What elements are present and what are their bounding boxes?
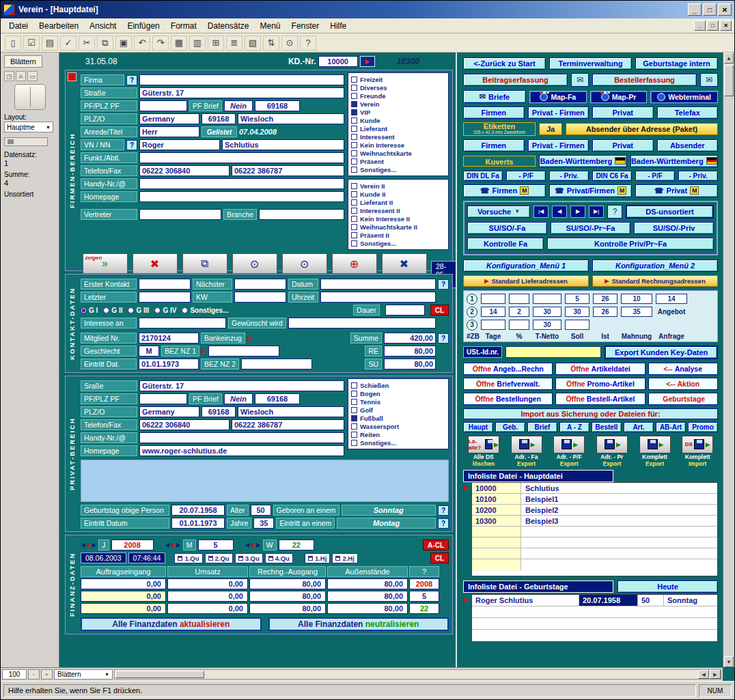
io-action-button[interactable]: Lö-alle?▶ Alle DS löschen <box>463 436 504 468</box>
phone-dial-button[interactable]: ☎PrivatM <box>635 184 718 197</box>
print-icon[interactable]: ▤ <box>42 36 58 51</box>
label-target-button[interactable]: Privat - Firmen <box>528 139 590 152</box>
geschlecht-field[interactable]: M <box>139 346 159 356</box>
field-borders-icon[interactable]: ▦ <box>171 36 187 51</box>
brief-target-button[interactable]: Telefax <box>657 107 719 119</box>
prev-record-button[interactable]: ◀ <box>552 206 567 218</box>
import-target-button[interactable]: A - Z <box>559 422 590 432</box>
plz-field[interactable]: 69168 <box>202 113 236 124</box>
konfiguration-button[interactable]: Konfiguration_Menü 2 <box>592 260 718 272</box>
part-tool-icon[interactable]: ▥ <box>189 36 206 51</box>
checkbox-item[interactable]: Diverses <box>351 83 445 92</box>
week-field[interactable]: 22 <box>279 540 314 550</box>
tool-pointer-icon[interactable]: ◳ <box>4 71 14 81</box>
scroll-down-icon[interactable]: ▼ <box>724 656 734 667</box>
zb-circle[interactable]: 3 <box>467 320 477 331</box>
io-action-button[interactable]: ▶ Adr. - P/F Export <box>549 436 590 468</box>
bez1-field[interactable] <box>208 346 279 356</box>
p-homepage-field[interactable]: www.roger-schlutius.de <box>139 445 344 456</box>
beitragserfassung-button[interactable]: Beitragserfassung <box>463 74 568 86</box>
half-year-button[interactable]: 1.Hj <box>305 553 330 563</box>
p-plz-field[interactable]: 69168 <box>202 406 236 417</box>
notes-area[interactable] <box>81 460 449 502</box>
infoliste-row[interactable]: 10200Beispiel2 <box>472 505 717 516</box>
quarter-button[interactable]: 1.Qu <box>174 553 202 563</box>
bestell-mail-button[interactable]: ✉ <box>700 73 718 87</box>
open-file-button[interactable]: <--Analyse <box>648 363 718 375</box>
checkbox-item[interactable]: Verein II <box>351 182 445 190</box>
nav-button[interactable]: <-Zurück zu Start <box>463 57 546 70</box>
menu-item[interactable]: Format <box>165 20 202 32</box>
homepage-field[interactable] <box>139 191 344 202</box>
open-file-button[interactable]: ÖffneArtikeldatei <box>555 363 645 375</box>
anrede-field[interactable]: Herr <box>139 126 199 137</box>
geburtstag-field[interactable]: 20.07.1958 <box>171 505 225 516</box>
search-help-button[interactable]: ? <box>607 205 622 219</box>
checkbox-item[interactable]: Kein Interesse <box>351 141 445 149</box>
infoliste-row-empty[interactable] <box>472 537 717 548</box>
checkbox-item[interactable]: Interessent II <box>351 206 445 214</box>
export-kunden-key-button[interactable]: Export Kunden Key-Daten <box>605 346 718 359</box>
tool-text-icon[interactable]: A <box>16 71 26 81</box>
standard-adressen-bar[interactable]: ▶Standard Lieferadressen <box>463 275 589 287</box>
tool-shape-icon[interactable]: ▭ <box>27 71 38 81</box>
import-target-button[interactable]: Promo <box>688 422 718 432</box>
checkbox-item[interactable]: Kein Interesse II <box>351 214 445 223</box>
brief-target-button[interactable]: Privat - Firmen <box>528 107 590 119</box>
checkbox-item[interactable]: Tennis <box>351 397 445 406</box>
redo-icon[interactable]: ↷ <box>152 36 169 51</box>
contact-group-radio[interactable]: G III <box>128 307 149 314</box>
kontakt-help-button[interactable]: ? <box>438 279 449 290</box>
webterminal-button[interactable]: Webterminal <box>650 91 718 103</box>
datum-field[interactable] <box>320 279 436 290</box>
vertical-scrollbar[interactable]: ▲ ▼ <box>723 53 734 667</box>
m-badge[interactable]: M <box>618 186 626 195</box>
week-nav[interactable]: ◀■▶ <box>245 542 261 548</box>
nachname-field[interactable]: Schlutius <box>222 139 344 150</box>
record-number[interactable]: 1 <box>4 159 55 167</box>
zb-cell[interactable]: 26 <box>593 307 618 317</box>
kontakt-cl-button[interactable]: CL <box>430 305 449 316</box>
record-slider[interactable] <box>4 137 48 146</box>
checkbox-item[interactable]: Fußball <box>351 414 445 422</box>
din-format-button[interactable]: - Priv. <box>678 171 718 181</box>
last-record-button[interactable]: ▶| <box>589 206 604 218</box>
half-year-button[interactable]: 2.Hj <box>332 553 357 563</box>
io-action-button[interactable]: ▶ Adr. - Pr Export <box>592 436 633 468</box>
fax-field[interactable]: 06222 386787 <box>232 165 344 176</box>
naechster-field[interactable] <box>234 279 286 290</box>
summe-help-button[interactable]: ? <box>438 333 449 344</box>
checkbox-item[interactable]: Schießen <box>351 381 445 389</box>
funkt-field[interactable] <box>139 152 344 163</box>
infoliste-row[interactable]: 10100Beispiel1 <box>472 494 717 505</box>
horizontal-scrollbar[interactable]: ◀ ▶ <box>114 669 721 680</box>
checkbox-item[interactable]: Bogen <box>351 389 445 397</box>
menu-item[interactable]: Menü <box>255 20 286 32</box>
open-file-button[interactable]: ÖffnePromo-Artikel <box>555 378 645 390</box>
cut-icon[interactable]: ✂ <box>79 36 95 51</box>
open-file-button[interactable]: ÖffneBestell-Artikel <box>555 393 645 405</box>
handy-field[interactable] <box>139 178 344 189</box>
p-telefon-field[interactable]: 06222 306840 <box>139 419 230 430</box>
next-record-button[interactable]: ▶ <box>360 56 375 67</box>
quarter-button[interactable]: 4.Qu <box>265 553 293 563</box>
label-target-button[interactable]: Firmen <box>463 139 525 152</box>
bez2-field[interactable] <box>241 359 312 369</box>
zoom-out-button[interactable]: ▫ <box>28 669 40 680</box>
menu-item[interactable]: Bearbeiten <box>33 20 84 32</box>
kontrolle-priv-button[interactable]: Kontrolle Priv/Pr~Fa <box>547 238 714 250</box>
checkbox-item[interactable]: Verein <box>351 100 445 108</box>
zb-cell[interactable] <box>481 320 505 330</box>
nav-button[interactable]: Terminverwaltung <box>549 57 632 70</box>
month-field[interactable]: 5 <box>198 540 234 550</box>
app-icon[interactable] <box>3 4 15 16</box>
zb-cell[interactable] <box>533 294 561 304</box>
din-format-button[interactable]: - P/F <box>506 171 546 181</box>
kw-field[interactable] <box>234 292 286 303</box>
pf-plz-field[interactable]: 69168 <box>255 100 300 111</box>
vertreter-field[interactable] <box>139 209 221 220</box>
geburtstag-row-empty[interactable] <box>472 606 717 618</box>
zb-cell[interactable]: 30 <box>565 307 590 317</box>
su-field[interactable]: 80,00 <box>384 359 436 369</box>
map-pr-button[interactable]: Map-Pr <box>590 91 648 103</box>
